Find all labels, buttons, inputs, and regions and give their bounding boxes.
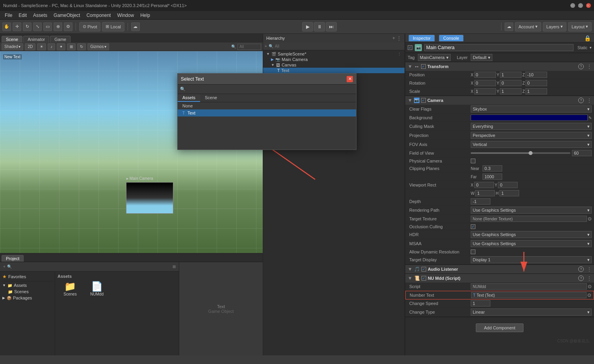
target-texture-field[interactable]: None (Render Texture) bbox=[471, 216, 587, 222]
dialog-text-item[interactable]: T Text bbox=[178, 109, 356, 116]
minimize-btn[interactable]: ─ bbox=[570, 3, 575, 8]
fov-value-input[interactable]: 60 bbox=[572, 150, 592, 156]
pause-button[interactable]: ⏸ bbox=[314, 22, 325, 31]
audio-toggle[interactable]: ♪ bbox=[48, 43, 55, 50]
tab-scene[interactable]: Scene bbox=[2, 36, 22, 42]
fov-slider-thumb[interactable] bbox=[529, 151, 533, 155]
msaa-dropdown[interactable]: Use Graphics Settings ▾ bbox=[471, 240, 592, 247]
physical-camera-checkbox[interactable] bbox=[471, 159, 475, 163]
background-color[interactable]: ✎ bbox=[471, 115, 592, 121]
transform-settings[interactable]: ⋮ bbox=[587, 64, 592, 69]
target-texture-pick[interactable]: ⊙ bbox=[588, 216, 592, 222]
change-type-dropdown[interactable]: Linear ▾ bbox=[471, 309, 592, 316]
clear-flags-dropdown[interactable]: Skybox ▾ bbox=[471, 105, 592, 113]
tab-project[interactable]: Project bbox=[2, 255, 24, 262]
2d-toggle[interactable]: 2D bbox=[25, 43, 35, 50]
background-color-swatch[interactable] bbox=[471, 115, 588, 121]
menu-file[interactable]: File bbox=[2, 12, 15, 19]
local-toggle[interactable]: ⊞ Local bbox=[102, 22, 124, 31]
numdd-settings[interactable]: ⋮ bbox=[587, 275, 592, 281]
tab-animator[interactable]: Animator bbox=[23, 36, 49, 42]
scene-menu[interactable]: ⋮ bbox=[397, 52, 401, 56]
fx-toggle[interactable]: ✦ bbox=[57, 43, 65, 50]
occlusion-culling-checkbox[interactable] bbox=[471, 224, 475, 229]
number-text-pick[interactable]: ⊙ bbox=[587, 292, 591, 298]
background-picker[interactable]: ✎ bbox=[588, 116, 592, 120]
target-display-dropdown[interactable]: Display 1 ▾ bbox=[471, 256, 592, 263]
collab-icon[interactable]: ☁ bbox=[131, 22, 140, 31]
layers-dropdown[interactable]: Layers ▾ bbox=[543, 22, 566, 31]
cloud-icon[interactable]: ☁ bbox=[505, 22, 513, 31]
camera-preview[interactable]: ▸ Main Camera bbox=[126, 182, 173, 214]
dynamic-res-checkbox[interactable] bbox=[471, 249, 475, 254]
dialog-tab-assets[interactable]: Assets bbox=[178, 94, 200, 102]
numdd-active[interactable] bbox=[421, 276, 426, 281]
viewport-x-input[interactable]: 0 bbox=[474, 182, 494, 188]
maximize-btn[interactable]: □ bbox=[578, 3, 583, 8]
camera-header[interactable]: ▼ 📷 Camera ? ⋮ bbox=[405, 96, 594, 105]
viewport-h-input[interactable]: 1 bbox=[499, 190, 519, 196]
transform-help[interactable]: ? bbox=[578, 64, 584, 69]
dialog-tab-scene[interactable]: Scene bbox=[200, 94, 222, 102]
viewport-w-input[interactable]: 1 bbox=[475, 190, 495, 196]
scale-tool[interactable]: ⤡ bbox=[33, 22, 42, 31]
assets-tree-item[interactable]: ▼ 📁 Assets bbox=[2, 282, 53, 288]
scale-z-input[interactable]: 1 bbox=[525, 88, 547, 94]
packages-item[interactable]: ▶ 📦 Packages bbox=[2, 295, 53, 301]
add-component-button[interactable]: Add Component bbox=[476, 323, 524, 332]
menu-gameobject[interactable]: GameObject bbox=[50, 12, 83, 19]
menu-assets[interactable]: Assets bbox=[30, 12, 50, 19]
menu-window[interactable]: Window bbox=[114, 12, 137, 19]
rot-x-input[interactable]: 0 bbox=[474, 80, 496, 86]
numdd-script[interactable]: 📄 NUMdd bbox=[85, 281, 109, 296]
tag-dropdown[interactable]: MainCamera ▾ bbox=[418, 54, 451, 61]
hierarchy-sample-scene[interactable]: ▼ 🎬 SampleScene* ⋮ bbox=[263, 51, 405, 57]
close-btn[interactable]: ✕ bbox=[586, 3, 591, 8]
move-tool[interactable]: ✛ bbox=[13, 22, 21, 31]
object-active-checkbox[interactable] bbox=[408, 45, 412, 50]
audio-listener-header[interactable]: ▼ 🎵 Audio Listener ? ⋮ bbox=[405, 265, 594, 273]
console-tab[interactable]: Console bbox=[439, 35, 463, 41]
audio-listener-settings[interactable]: ⋮ bbox=[587, 266, 592, 272]
menu-edit[interactable]: Edit bbox=[15, 12, 30, 19]
pos-y-input[interactable]: 1 bbox=[500, 72, 522, 78]
rendering-path-dropdown[interactable]: Use Graphics Settings ▾ bbox=[471, 207, 592, 214]
rotate-scene-toggle[interactable]: ↻ bbox=[77, 43, 86, 50]
fov-slider-track[interactable] bbox=[471, 152, 570, 154]
projection-dropdown[interactable]: Perspective ▾ bbox=[471, 132, 592, 139]
audio-listener-help[interactable]: ? bbox=[578, 266, 584, 272]
hierarchy-menu[interactable]: ⋮ bbox=[397, 35, 401, 41]
grid-toggle[interactable]: ⊞ bbox=[67, 43, 76, 50]
pivot-toggle[interactable]: ⊙ Pivot bbox=[79, 22, 100, 31]
menu-help[interactable]: Help bbox=[137, 12, 153, 19]
custom-tool[interactable]: ⚙ bbox=[64, 22, 72, 31]
numdd-help[interactable]: ? bbox=[578, 275, 584, 281]
transform-active[interactable] bbox=[421, 64, 426, 69]
scene-search[interactable] bbox=[238, 44, 261, 50]
rect-tool[interactable]: ▭ bbox=[43, 22, 52, 31]
gizmos-dropdown[interactable]: Gizmos ▾ bbox=[87, 43, 109, 50]
play-button[interactable]: ▶ bbox=[302, 22, 313, 31]
fov-axis-dropdown[interactable]: Vertical ▾ bbox=[471, 141, 592, 148]
layout-dropdown[interactable]: Layout ▾ bbox=[568, 22, 592, 31]
transform-tool[interactable]: ⊕ bbox=[54, 22, 62, 31]
pos-z-input[interactable]: -10 bbox=[525, 72, 547, 78]
change-speed-input[interactable]: 1 bbox=[471, 300, 490, 307]
culling-mask-dropdown[interactable]: Everything ▾ bbox=[471, 123, 592, 130]
numdd-header[interactable]: ▼ 📜 NU Mdd (Script) ? ⋮ bbox=[405, 274, 594, 283]
lighting-toggle[interactable]: ☀ bbox=[37, 43, 46, 50]
camera-help[interactable]: ? bbox=[578, 98, 584, 103]
shaded-dropdown[interactable]: Shaded ▾ bbox=[2, 43, 23, 50]
scale-x-input[interactable]: 1 bbox=[474, 88, 496, 94]
rot-z-input[interactable]: 0 bbox=[525, 80, 547, 86]
rotate-tool[interactable]: ↻ bbox=[23, 22, 32, 31]
favorites-item[interactable]: ★ Favorites bbox=[2, 273, 53, 280]
tab-game[interactable]: Game bbox=[50, 36, 71, 42]
script-field[interactable]: NUMdd bbox=[471, 283, 587, 290]
dialog-none-item[interactable]: None bbox=[178, 102, 356, 109]
account-dropdown[interactable]: Account ▾ bbox=[515, 22, 541, 31]
hierarchy-canvas[interactable]: ▼ 🖼 Canvas bbox=[263, 62, 405, 68]
window-controls[interactable]: ─ □ ✕ bbox=[570, 3, 591, 8]
step-button[interactable]: ⏭ bbox=[326, 22, 337, 31]
inspector-tab[interactable]: Inspector bbox=[408, 35, 435, 41]
